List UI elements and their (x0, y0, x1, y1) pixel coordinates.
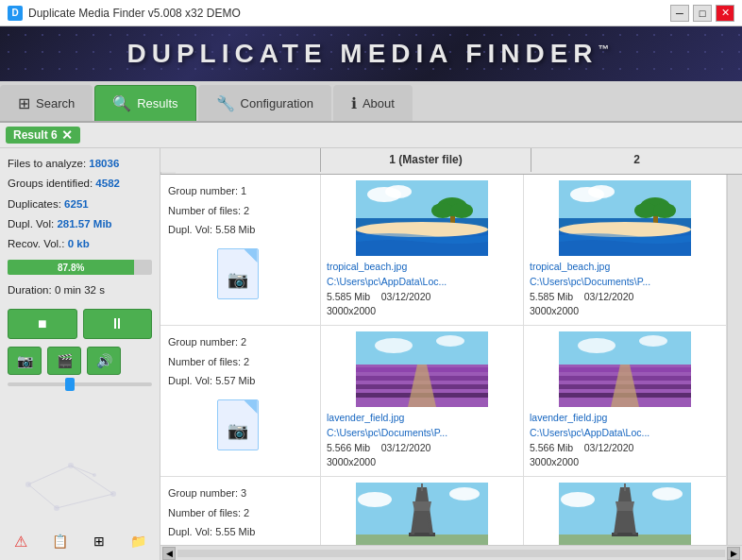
grid-icon-button[interactable]: ⊞ (86, 530, 112, 552)
network-visualization (0, 447, 142, 522)
file-dims: 3000x2000 (530, 455, 649, 470)
svg-marker-51 (413, 501, 431, 511)
scroll-track[interactable] (177, 550, 725, 557)
image-thumbnail (530, 180, 720, 256)
svg-line-5 (28, 466, 71, 484)
file-icon-cell: 📷 (168, 392, 312, 464)
folder-icon: 📁 (130, 534, 146, 549)
svg-line-7 (28, 484, 57, 508)
result-info-cell-1: Group number: 2Number of files: 2Dupl. V… (160, 326, 321, 476)
tab-results-label: Results (137, 96, 177, 110)
camera-button[interactable]: 📷 (8, 347, 42, 375)
camera-icon: 📷 (17, 353, 33, 368)
result-info-cell-2: Group number: 3Number of files: 2Dupl. V… (160, 477, 321, 545)
image-cell-0-1[interactable]: tropical_beach.jpg C:\Users\pc\Documents… (524, 175, 727, 325)
file-name: lavender_field.jpg (530, 411, 649, 426)
header-banner: DUPLICATE MEDIA FINDER™ (0, 26, 742, 81)
tab-results[interactable]: 🔍 Results (94, 85, 195, 121)
results-header: 1 (Master file) 2 (160, 148, 742, 175)
scroll-right-button[interactable]: ▶ (727, 547, 740, 560)
dupl-vol: Dupl. Vol: 5.57 Mib (168, 372, 312, 390)
stat-files-to-analyze: Files to analyze: 18036 (8, 156, 152, 172)
tab-configuration[interactable]: 🔧 Configuration (198, 85, 331, 121)
group-number: Group number: 2 (168, 333, 312, 351)
title-bar: D Duplicate Media Finder v5.008 x32 DEMO… (0, 0, 742, 26)
tab-about-label: About (363, 96, 395, 110)
file-icon: 📷 (217, 248, 264, 305)
file-path: C:\Users\pc\AppData\Loc... (530, 426, 649, 441)
audio-icon: 🔊 (96, 353, 112, 368)
file-meta: 5.566 Mib 03/12/2020 (530, 441, 649, 456)
svg-point-66 (561, 492, 595, 507)
file-name: tropical_beach.jpg (327, 260, 447, 275)
progress-container: 87.8% (8, 260, 152, 275)
image-thumbnail (327, 331, 517, 407)
dupl-vol: Dupl. Vol: 5.55 Mib (168, 523, 312, 541)
slider-thumb[interactable] (65, 378, 75, 391)
result-info-cell-0: Group number: 1Number of files: 2Dupl. V… (160, 175, 321, 325)
table-row: Group number: 3Number of files: 2Dupl. V… (160, 477, 727, 545)
folder-icon-button[interactable]: 📁 (126, 530, 152, 552)
svg-line-8 (57, 494, 113, 508)
file-name: lavender_field.jpg (327, 411, 447, 426)
pause-button[interactable]: ⏸ (83, 309, 153, 339)
table-row: Group number: 1Number of files: 2Dupl. V… (160, 175, 727, 326)
group-number: Group number: 1 (168, 182, 312, 200)
horizontal-scrollbar[interactable]: ◀ ▶ (160, 545, 742, 560)
slider-track (8, 382, 152, 386)
video-button[interactable]: 🎬 (47, 347, 81, 375)
file-icon-corner (245, 400, 258, 414)
left-panel: Files to analyze: 18036 Groups identifie… (0, 148, 160, 560)
file-icon-cell: 📷 (168, 241, 312, 313)
svg-point-24 (588, 185, 615, 198)
file-path: C:\Users\pc\Documents\P... (530, 275, 650, 290)
controls-row: ■ ⏸ (8, 309, 152, 339)
svg-rect-53 (421, 484, 423, 491)
tab-search-label: Search (36, 96, 75, 110)
close-button[interactable]: ✕ (716, 5, 734, 22)
main-area: Files to analyze: 18036 Groups identifie… (0, 148, 742, 560)
result-tab-close[interactable]: ✕ (61, 128, 73, 142)
app-header-title: DUPLICATE MEDIA FINDER™ (126, 39, 615, 69)
video-icon: 🎬 (57, 353, 73, 368)
svg-point-46 (578, 338, 616, 353)
image-cell-1-1[interactable]: lavender_field.jpg C:\Users\pc\AppData\L… (524, 326, 727, 476)
results-tab-icon: 🔍 (112, 94, 131, 112)
stat-recov-vol: Recov. Vol.: 0 kb (8, 236, 152, 252)
about-tab-icon: ℹ (351, 94, 357, 112)
vertical-scrollbar[interactable] (727, 175, 742, 545)
file-icon-body: 📷 (217, 399, 259, 450)
scroll-left-button[interactable]: ◀ (162, 547, 176, 560)
file-path: C:\Users\pc\Documents\P... (327, 426, 447, 441)
stat-groups-identified: Groups identified: 4582 (8, 176, 152, 192)
maximize-button[interactable]: □ (693, 5, 712, 22)
stop-button[interactable]: ■ (8, 309, 77, 339)
result-tab-6[interactable]: Result 6 ✕ (6, 127, 80, 144)
volume-slider[interactable] (8, 382, 152, 386)
info-icon-button[interactable]: 📋 (47, 530, 74, 552)
svg-point-38 (436, 335, 464, 347)
audio-button[interactable]: 🔊 (87, 347, 121, 375)
svg-rect-31 (356, 331, 488, 365)
dupl-vol: Dupl. Vol: 5.58 Mib (168, 221, 312, 239)
svg-point-18 (450, 203, 473, 218)
results-body[interactable]: Group number: 1Number of files: 2Dupl. V… (160, 175, 727, 545)
file-icon: 📷 (217, 399, 264, 456)
image-info: tropical_beach.jpg C:\Users\pc\AppData\L… (327, 260, 447, 319)
file-dims: 3000x2000 (530, 304, 650, 319)
camera-icon: 📷 (228, 265, 248, 295)
tab-about[interactable]: ℹ About (333, 85, 413, 121)
camera-icon: 📷 (228, 416, 248, 446)
svg-point-56 (358, 492, 392, 507)
tab-search[interactable]: ⊞ Search (0, 85, 93, 121)
icon-row: 📷 🎬 🔊 (8, 347, 152, 375)
image-cell-2-0[interactable]: eiffel_tower.jpg C:\Users\pc\Documents\P… (321, 477, 524, 545)
image-cell-0-0[interactable]: tropical_beach.jpg C:\Users\pc\AppData\L… (321, 175, 524, 325)
image-cell-1-0[interactable]: lavender_field.jpg C:\Users\pc\Documents… (321, 326, 524, 476)
title-bar-controls[interactable]: ─ □ ✕ (670, 5, 734, 22)
info-icon: 📋 (52, 534, 68, 549)
warning-icon-button[interactable]: ⚠ (8, 530, 34, 552)
image-cell-2-1[interactable]: eiffel_tower.jpg C:\Users\pc\AppData\Loc… (524, 477, 727, 545)
minimize-button[interactable]: ─ (670, 5, 689, 22)
file-meta: 5.566 Mib 03/12/2020 (327, 441, 447, 456)
